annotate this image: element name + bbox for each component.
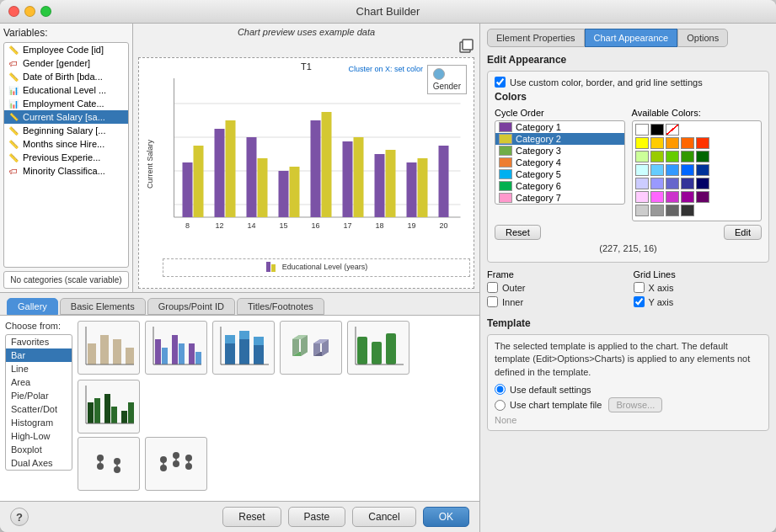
color-pink[interactable] bbox=[650, 191, 664, 203]
color-yellow-green[interactable] bbox=[650, 151, 664, 162]
var-item-minority[interactable]: 🏷 Minority Classifica... bbox=[4, 164, 128, 178]
cycle-item-7[interactable]: Category 7 bbox=[495, 192, 624, 204]
color-dark-orange[interactable] bbox=[681, 137, 694, 149]
tab-basic-elements[interactable]: Basic Elements bbox=[60, 298, 146, 315]
color-purple2[interactable] bbox=[666, 178, 679, 189]
var-item-dob[interactable]: 📏 Date of Birth [bda... bbox=[4, 70, 128, 83]
var-item-months-hire[interactable]: 📏 Months since Hire... bbox=[4, 137, 128, 151]
edit-colors-button[interactable]: Edit bbox=[724, 225, 762, 240]
close-button[interactable] bbox=[8, 6, 19, 17]
color-amber[interactable] bbox=[650, 137, 664, 149]
gallery-item-8[interactable] bbox=[145, 437, 207, 491]
color-special[interactable] bbox=[666, 124, 679, 136]
tab-options[interactable]: Options bbox=[677, 29, 728, 47]
color-navy[interactable] bbox=[696, 178, 709, 189]
tab-chart-appearance[interactable]: Chart Appearance bbox=[585, 29, 678, 47]
ok-button[interactable]: OK bbox=[423, 507, 469, 527]
cycle-item-5[interactable]: Category 5 bbox=[495, 168, 624, 180]
sidebar-bar[interactable]: Bar bbox=[6, 348, 72, 362]
chart-preview-panel: Chart preview uses example data T1 bbox=[133, 24, 479, 292]
outer-checkbox[interactable] bbox=[487, 282, 498, 293]
reset-colors-button[interactable]: Reset bbox=[495, 225, 541, 240]
var-item-employee-code[interactable]: 📏 Employee Code [id] bbox=[4, 43, 128, 56]
var-item-current-salary[interactable]: 📏 Current Salary [sa... bbox=[4, 110, 128, 124]
reset-button[interactable]: Reset bbox=[222, 507, 281, 527]
color-black[interactable] bbox=[650, 124, 664, 136]
color-lt-green[interactable] bbox=[635, 151, 649, 162]
use-file-radio[interactable] bbox=[495, 400, 506, 411]
cancel-button[interactable]: Cancel bbox=[352, 507, 415, 527]
color-lt-gray[interactable] bbox=[635, 205, 649, 216]
inner-checkbox[interactable] bbox=[487, 296, 498, 307]
sidebar-line[interactable]: Line bbox=[6, 362, 72, 375]
color-red-orange[interactable] bbox=[696, 137, 709, 149]
svg-rect-38 bbox=[113, 339, 121, 364]
x-axis-checkbox[interactable] bbox=[634, 282, 645, 293]
color-yellow[interactable] bbox=[635, 137, 649, 149]
gallery-item-6[interactable] bbox=[78, 380, 140, 434]
color-mid-gray[interactable] bbox=[650, 205, 664, 216]
cycle-item-6[interactable]: Category 6 bbox=[495, 180, 624, 192]
gallery-item-3[interactable] bbox=[212, 321, 275, 375]
color-white[interactable] bbox=[635, 124, 649, 136]
cycle-item-3[interactable]: Category 3 bbox=[495, 145, 624, 157]
color-blue1[interactable] bbox=[666, 164, 679, 176]
color-dark-green[interactable] bbox=[696, 151, 709, 162]
color-lt-pink[interactable] bbox=[635, 191, 649, 203]
var-item-education[interactable]: 📊 Educational Level ... bbox=[4, 83, 128, 97]
sidebar-scatter-dot[interactable]: Scatter/Dot bbox=[6, 402, 72, 416]
maximize-button[interactable] bbox=[40, 6, 51, 17]
tab-groups-point-id[interactable]: Groups/Point ID bbox=[147, 298, 235, 315]
gallery-item-7[interactable] bbox=[78, 437, 140, 491]
color-blue2[interactable] bbox=[681, 164, 694, 176]
gallery-item-5[interactable] bbox=[347, 321, 409, 375]
svg-rect-10 bbox=[215, 129, 225, 217]
color-magenta[interactable] bbox=[666, 191, 679, 203]
color-gray[interactable] bbox=[666, 205, 679, 216]
color-lt-cyan[interactable] bbox=[635, 164, 649, 176]
tab-gallery[interactable]: Gallery bbox=[7, 298, 58, 315]
help-button[interactable]: ? bbox=[10, 508, 29, 526]
sidebar-boxplot[interactable]: Boxplot bbox=[6, 443, 72, 456]
color-purple1[interactable] bbox=[650, 178, 664, 189]
gallery-item-1[interactable] bbox=[78, 321, 140, 375]
svg-rect-51 bbox=[225, 335, 235, 343]
color-dark-gray[interactable] bbox=[681, 205, 694, 216]
gallery-item-2[interactable] bbox=[145, 321, 207, 375]
minimize-button[interactable] bbox=[24, 6, 35, 17]
sidebar-pie-polar[interactable]: Pie/Polar bbox=[6, 389, 72, 402]
none-text: None bbox=[495, 415, 762, 425]
use-default-radio[interactable] bbox=[495, 384, 506, 395]
copy-icon[interactable] bbox=[458, 39, 474, 56]
color-green2[interactable] bbox=[681, 151, 694, 162]
color-orange[interactable] bbox=[666, 137, 679, 149]
var-item-prev-exp[interactable]: 📏 Previous Experie... bbox=[4, 151, 128, 164]
var-item-gender[interactable]: 🏷 Gender [gender] bbox=[4, 56, 128, 70]
color-indigo[interactable] bbox=[681, 178, 694, 189]
color-lt-purple[interactable] bbox=[635, 178, 649, 189]
sidebar-favorites[interactable]: Favorites bbox=[6, 335, 72, 348]
cycle-item-4[interactable]: Category 4 bbox=[495, 157, 624, 168]
sidebar-dual-axes[interactable]: Dual Axes bbox=[6, 456, 72, 470]
color-purple3[interactable] bbox=[681, 191, 694, 203]
color-dark-blue[interactable] bbox=[696, 164, 709, 176]
var-item-beginning-salary[interactable]: 📏 Beginning Salary [... bbox=[4, 124, 128, 137]
color-dark-purple[interactable] bbox=[696, 191, 709, 203]
use-custom-checkbox[interactable] bbox=[495, 77, 506, 88]
gallery-item-4[interactable] bbox=[280, 321, 342, 375]
cycle-item-1[interactable]: Category 1 bbox=[495, 121, 624, 133]
sidebar-high-low[interactable]: High-Low bbox=[6, 429, 72, 443]
paste-button[interactable]: Paste bbox=[288, 507, 346, 527]
tab-element-properties[interactable]: Element Properties bbox=[487, 29, 585, 47]
scale-icon: 📏 bbox=[8, 125, 19, 136]
cycle-item-2[interactable]: Category 2 bbox=[495, 133, 624, 145]
color-lt-blue[interactable] bbox=[650, 164, 664, 176]
y-axis-checkbox[interactable] bbox=[634, 296, 645, 307]
var-item-employment[interactable]: 📊 Employment Cate... bbox=[4, 97, 128, 110]
browse-button[interactable]: Browse... bbox=[608, 397, 662, 412]
color-green1[interactable] bbox=[666, 151, 679, 162]
sidebar-area[interactable]: Area bbox=[6, 375, 72, 389]
sidebar-histogram[interactable]: Histogram bbox=[6, 416, 72, 429]
chart-area[interactable]: T1 Gender Cluster on X: set color bbox=[138, 57, 474, 289]
tab-titles-footnotes[interactable]: Titles/Footnotes bbox=[237, 298, 324, 315]
